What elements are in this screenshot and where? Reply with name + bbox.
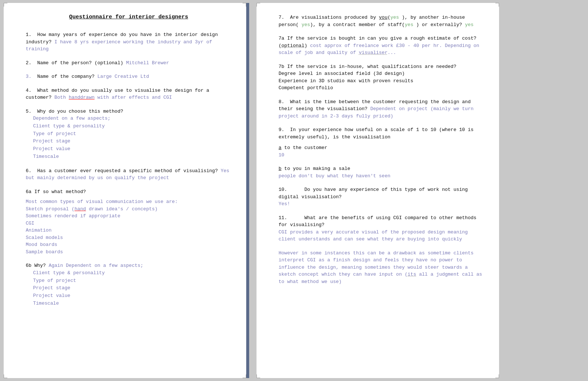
- q9a-answer: 10: [279, 152, 284, 158]
- question-6b: 6b Why? Again Dependent on a few aspects…: [26, 262, 232, 307]
- q6a-a6: Scaled models: [26, 235, 63, 240]
- q3-num: 3.: [26, 74, 37, 79]
- q9-text: 9. In your experience how useful on a sc…: [279, 127, 474, 140]
- question-7: 7. Are visualisations produced by you(ye…: [279, 14, 484, 28]
- question-6: 6. Has a customer ever requested a speci…: [26, 167, 232, 182]
- q6a-a8: Sample boards: [26, 249, 63, 255]
- q6b-answer-main: Again Dependent on a few aspects;: [49, 263, 143, 268]
- q6-text: 6. Has a customer ever requested a speci…: [26, 168, 221, 174]
- q11-text: 11. What are the benefits of using CGI c…: [279, 215, 476, 228]
- q6b-a2: Type of project: [33, 278, 76, 283]
- corner-tl-r: [257, 3, 260, 7]
- question-11-continued: However in some instances this can be a …: [279, 250, 484, 286]
- q9b-label: b to you in making a sale: [279, 166, 350, 171]
- q6a-a5: Animation: [26, 228, 51, 233]
- q5-a6: Timescale: [33, 154, 59, 159]
- q5-text: 5. Why do you choose this method?: [26, 109, 123, 114]
- question-3: 3. Name of the company? Large Creative L…: [26, 73, 232, 80]
- corner-bl: [4, 374, 7, 378]
- q2-answer: Mitchell Brewer: [126, 60, 169, 66]
- q5-answers: Dependent on a few aspects; Client type …: [33, 115, 232, 161]
- q7b-a2: Experience in 3D studio max with proven …: [279, 78, 413, 84]
- question-10: 10. Do you have any experience of this t…: [279, 186, 484, 208]
- question-11: 11. What are the benefits of using CGI c…: [279, 214, 484, 243]
- page-title: Questionnaire for interior designers: [26, 14, 232, 20]
- question-9a: a to the customer 10: [279, 144, 484, 159]
- q6a-a7: Mood boards: [26, 242, 57, 247]
- q2-text: 2. Name of the person? (optional): [26, 60, 126, 66]
- q5-a4: Project stage: [33, 138, 70, 144]
- question-6a-answer: Most common types of visual communicatio…: [26, 198, 232, 255]
- q6b-a3: Project stage: [33, 285, 70, 291]
- corner-tr-r: [495, 3, 499, 7]
- corner-tr: [243, 3, 246, 7]
- q5-a5: Project value: [33, 146, 70, 152]
- q9b-answer: people don't buy what they haven't seen: [279, 173, 390, 179]
- q10-answer: Yes!: [279, 201, 290, 207]
- question-5: 5. Why do you choose this method? Depend…: [26, 108, 232, 161]
- q5-a3: Type of project: [33, 131, 76, 137]
- q11-cont-answer: However in some instances this can be a …: [279, 250, 482, 284]
- q7a-answer: cost approx of freelance work £30 - 40 p…: [279, 43, 479, 56]
- q6a-a2: Sketch proposal (hand drawn idea's / con…: [26, 206, 158, 212]
- question-9b: b to you in making a sale people don't b…: [279, 165, 484, 179]
- question-9: 9. In your experience how useful on a sc…: [279, 126, 484, 141]
- q6b-a4: Project value: [33, 293, 70, 298]
- question-8: 8. What is the time between the customer…: [279, 98, 484, 120]
- question-4: 4. What method do you usually use to vis…: [26, 87, 232, 101]
- q5-a2: Client type & personality: [33, 123, 105, 129]
- q6a-a4: CGI: [26, 221, 34, 226]
- q6b-a1: Client type & personality: [33, 270, 105, 276]
- right-page: 7. Are visualisations produced by you(ye…: [257, 3, 499, 378]
- q3-text: Name of the company?: [37, 74, 97, 79]
- q9a-label: a to the customer: [279, 145, 327, 150]
- q7b-a3: Competent portfolio: [279, 85, 333, 91]
- question-7b: 7b If the service is in-house, what qual…: [279, 63, 484, 92]
- corner-tl: [4, 3, 7, 7]
- q6b-text: 6b Why?: [26, 263, 49, 268]
- q7-text: 7. Are visualisations produced by you(ye…: [279, 15, 474, 28]
- q4-answer: Both handdrawn with after effects and CG…: [54, 95, 172, 100]
- question-1: 1. How many years of experience do you h…: [26, 31, 232, 53]
- page-container: Questionnaire for interior designers 1. …: [0, 0, 588, 381]
- q6a-text: 6a If so what method?: [26, 189, 86, 195]
- q7b-text: 7b If the service is in-house, what qual…: [279, 64, 456, 69]
- q6a-a3: Sometimes rendered if appropriate: [26, 213, 120, 219]
- question-6a: 6a If so what method?: [26, 188, 232, 196]
- corner-bl-r: [257, 374, 260, 378]
- q5-a1: Dependent on a few aspects;: [33, 116, 111, 121]
- left-page: Questionnaire for interior designers 1. …: [4, 3, 246, 378]
- q6a-a1: Most common types of visual communicatio…: [26, 199, 178, 204]
- q10-text: 10. Do you have any experience of this t…: [279, 187, 468, 200]
- question-2: 2. Name of the person? (optional) Mitche…: [26, 59, 232, 67]
- q6b-answers: Client type & personality Type of projec…: [33, 269, 232, 308]
- corner-br: [243, 374, 246, 378]
- q7b-a1: Degree level in associated field (3d des…: [279, 71, 405, 76]
- corner-br-r: [495, 374, 499, 378]
- q6b-a5: Timescale: [33, 301, 59, 306]
- q3-answer: Large Creative Ltd: [97, 74, 149, 79]
- q11-answer: CGI provides a very accurate visual of t…: [279, 229, 468, 242]
- page-divider: [246, 3, 249, 378]
- question-7a: 7a If the service is bought in can you g…: [279, 35, 484, 57]
